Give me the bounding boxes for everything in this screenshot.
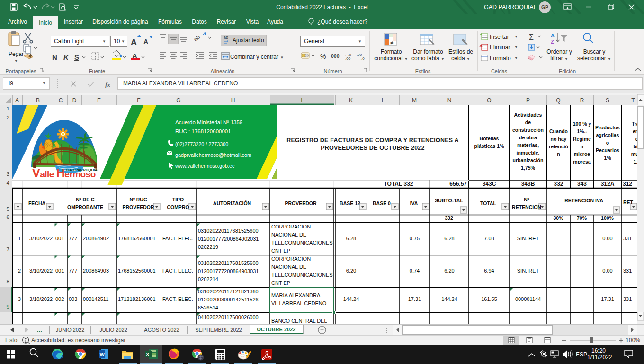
svg-text:C: C — [59, 97, 63, 104]
svg-text:K: K — [349, 97, 353, 104]
svg-text:M: M — [412, 97, 417, 104]
svg-text:1/11/2022: 1/11/2022 — [587, 354, 612, 361]
svg-text:E: E — [97, 97, 101, 104]
svg-text:X: X — [146, 352, 150, 357]
svg-text:www.vallehermoso.gob.ec: www.vallehermoso.gob.ec — [175, 163, 235, 169]
svg-text:Acuerdo Ministerial Nº 1359: Acuerdo Ministerial Nº 1359 — [175, 119, 242, 125]
svg-text:gadprvallehermoso@hotmail.com: gadprvallehermoso@hotmail.com — [175, 152, 251, 158]
svg-text:G: G — [176, 97, 180, 104]
svg-text:A: A — [131, 37, 137, 47]
svg-text:I: I — [301, 97, 302, 104]
svg-text:W: W — [100, 352, 105, 357]
svg-text:K: K — [63, 53, 69, 61]
svg-text:000: 000 — [331, 53, 340, 59]
svg-text:N: N — [52, 53, 57, 61]
svg-text:ESP: ESP — [576, 351, 587, 358]
svg-text:F: F — [137, 97, 140, 104]
svg-text:(02)2773220 / 2773300: (02)2773220 / 2773300 — [175, 141, 228, 147]
svg-text:Z: Z — [551, 39, 554, 45]
svg-text:N: N — [447, 97, 452, 104]
svg-text:GAD PARROQUIAL: GAD PARROQUIAL — [66, 168, 100, 172]
svg-text:.00: .00 — [345, 56, 351, 61]
svg-text:S: S — [606, 97, 609, 104]
svg-text:→.0: →.0 — [358, 56, 365, 61]
svg-text:L: L — [382, 97, 385, 104]
svg-text:%: % — [320, 53, 326, 60]
svg-text:Σ: Σ — [529, 33, 534, 41]
svg-text:ab: ab — [224, 35, 228, 40]
svg-text:S: S — [74, 53, 79, 61]
svg-text:O: O — [487, 97, 491, 104]
svg-text:RUC : 1768120600001: RUC : 1768120600001 — [175, 128, 231, 134]
svg-text:H: H — [231, 97, 235, 104]
svg-text:Q: Q — [556, 97, 560, 104]
svg-text:fx: fx — [105, 81, 110, 88]
svg-text:P: P — [526, 97, 530, 104]
svg-text:D: D — [72, 97, 77, 104]
svg-text:A: A — [15, 97, 19, 104]
svg-text:A: A — [143, 38, 148, 46]
svg-text:R: R — [580, 97, 584, 104]
svg-text:A: A — [551, 33, 555, 38]
svg-text:B: B — [36, 97, 40, 104]
svg-text:16:20: 16:20 — [591, 347, 606, 354]
svg-text:...: ... — [37, 326, 42, 333]
svg-text:ab: ab — [192, 34, 201, 43]
svg-text:≠: ≠ — [390, 40, 393, 46]
svg-text:T: T — [631, 97, 635, 104]
